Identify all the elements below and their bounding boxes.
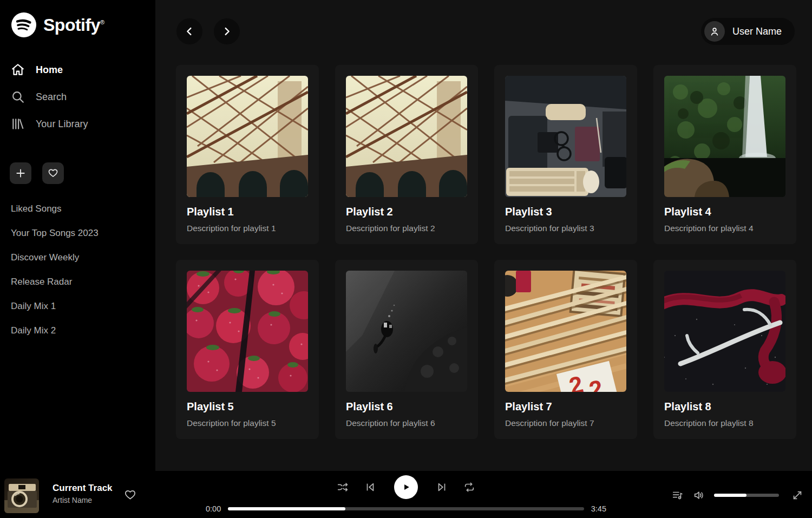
person-icon: [709, 26, 720, 37]
sidebar-playlist-link[interactable]: Liked Songs: [11, 197, 155, 221]
playlist-description: Description for playlist 4: [664, 224, 785, 233]
sidebar-playlist-link[interactable]: Release Radar: [11, 270, 155, 294]
next-track-button[interactable]: [436, 481, 448, 493]
skip-next-icon: [436, 481, 448, 493]
volume-slider[interactable]: [714, 494, 779, 497]
playlist-cover-waterfall: [664, 76, 785, 197]
expand-icon: [791, 489, 803, 501]
spotify-app: Spotify® Home Search Your Library: [0, 0, 812, 518]
progress-bar[interactable]: [228, 507, 584, 510]
playlist-card-4[interactable]: Playlist 4 Description for playlist 4: [653, 65, 796, 244]
heart-icon: [124, 489, 136, 501]
sidebar-playlists: Liked Songs Your Top Songs 2023 Discover…: [0, 184, 155, 343]
repeat-button[interactable]: [463, 481, 475, 493]
playlist-description: Description for playlist 5: [187, 418, 308, 428]
create-playlist-button[interactable]: [10, 162, 31, 184]
sidebar-actions: [0, 137, 155, 184]
playlist-card-8[interactable]: Playlist 8 Description for playlist 8: [653, 260, 796, 439]
total-time: 3:45: [591, 504, 606, 513]
playlist-title: Playlist 2: [346, 206, 467, 218]
progress-row: 0:00 3:45: [206, 504, 606, 513]
queue-icon: [672, 489, 684, 501]
sidebar-playlist-link[interactable]: Daily Mix 2: [11, 319, 155, 343]
playlist-title: Playlist 3: [505, 206, 626, 218]
playlist-card-5[interactable]: Playlist 5 Description for playlist 5: [176, 260, 319, 439]
sidebar: Spotify® Home Search Your Library: [0, 0, 155, 471]
playlist-cover-steel-bridge: [346, 76, 467, 197]
nav-label: Home: [36, 64, 63, 76]
progress-fill: [228, 507, 345, 510]
queue-button[interactable]: [672, 489, 684, 501]
registered-mark: ®: [100, 19, 104, 25]
spotify-logo[interactable]: Spotify®: [0, 0, 155, 38]
search-icon: [11, 90, 25, 104]
elapsed-time: 0:00: [206, 504, 221, 513]
sidebar-item-search[interactable]: Search: [0, 83, 155, 110]
playlist-cover-desk-flatlay: [505, 76, 626, 197]
playlist-card-3[interactable]: Playlist 3 Description for playlist 3: [494, 65, 637, 244]
previous-track-button[interactable]: [364, 481, 376, 493]
play-icon: [401, 482, 411, 493]
now-playing-info: Current Track Artist Name: [53, 483, 113, 504]
home-icon: [11, 63, 25, 77]
playlist-card-1[interactable]: Playlist 1 Description for playlist 1: [176, 65, 319, 244]
track-title: Current Track: [53, 483, 113, 494]
repeat-icon: [463, 481, 475, 493]
sidebar-playlist-link[interactable]: Discover Weekly: [11, 246, 155, 270]
primary-nav: Home Search Your Library: [0, 56, 155, 137]
user-name: User Name: [732, 26, 782, 37]
player-right-controls: [672, 489, 803, 501]
playlist-card-6[interactable]: Playlist 6 Description for playlist 6: [335, 260, 478, 439]
playlist-cover-rulers: 2 2: [505, 271, 626, 392]
playback-controls: [337, 475, 475, 499]
playlist-title: Playlist 1: [187, 206, 308, 218]
plus-icon: [15, 168, 26, 179]
playlist-cover-antler: [664, 271, 785, 392]
playlist-description: Description for playlist 1: [187, 224, 308, 233]
heart-icon: [48, 168, 58, 179]
playlist-title: Playlist 4: [664, 206, 785, 218]
playlist-title: Playlist 7: [505, 401, 626, 413]
nav-label: Your Library: [36, 119, 88, 130]
library-icon: [11, 117, 25, 131]
play-button[interactable]: [394, 475, 418, 499]
like-track-button[interactable]: [124, 489, 136, 503]
playlist-cover-scuba-diver: [346, 271, 467, 392]
playlist-title: Playlist 5: [187, 401, 308, 413]
nav-label: Search: [36, 91, 67, 103]
playlist-card-7[interactable]: 2 2 Playlist 7 Description for playlist …: [494, 260, 637, 439]
sidebar-playlist-link[interactable]: Your Top Songs 2023: [11, 221, 155, 246]
playlist-description: Description for playlist 3: [505, 224, 626, 233]
sidebar-item-home[interactable]: Home: [0, 56, 155, 83]
chevron-left-icon: [184, 25, 195, 37]
fullscreen-button[interactable]: [791, 489, 803, 501]
playlist-grid: Playlist 1 Description for playlist 1: [176, 65, 796, 439]
volume-button[interactable]: [693, 489, 705, 501]
navigate-back-button[interactable]: [176, 18, 202, 44]
volume-fill: [714, 494, 746, 497]
shuffle-icon: [337, 481, 349, 493]
app-title: Spotify®: [43, 15, 104, 35]
navigate-forward-button[interactable]: [214, 18, 240, 44]
avatar: [704, 21, 725, 42]
playlist-title: Playlist 6: [346, 401, 467, 413]
skip-previous-icon: [364, 481, 376, 493]
shuffle-button[interactable]: [337, 481, 349, 493]
main-content: User Name: [155, 0, 812, 471]
playlist-description: Description for playlist 2: [346, 224, 467, 233]
chevron-right-icon: [221, 25, 233, 37]
liked-songs-button[interactable]: [42, 162, 64, 184]
player-bar: Current Track Artist Name: [0, 471, 812, 518]
artist-name: Artist Name: [53, 496, 113, 504]
sidebar-item-your-library[interactable]: Your Library: [0, 110, 155, 137]
spotify-logo-icon: [11, 12, 37, 38]
now-playing-album-art[interactable]: [4, 478, 39, 513]
playlist-description: Description for playlist 8: [664, 418, 785, 428]
playlist-card-2[interactable]: Playlist 2 Description for playlist 2: [335, 65, 478, 244]
sidebar-playlist-link[interactable]: Daily Mix 1: [11, 294, 155, 319]
user-menu-button[interactable]: User Name: [701, 18, 795, 45]
playlist-description: Description for playlist 6: [346, 418, 467, 428]
album-art-vintage-camera: [4, 478, 39, 513]
playlist-cover-strawberries: [187, 271, 308, 392]
playlist-title: Playlist 8: [664, 401, 785, 413]
